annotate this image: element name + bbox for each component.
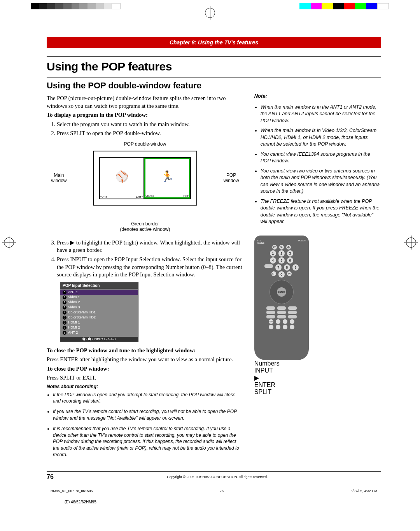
side-note-3: You cannot view IEEE1394 source programs… <box>261 151 381 165</box>
tv-frame: ⚾ TV 12 ANT 1 🏃 Video1 POP <box>93 151 197 206</box>
menu-footer: ⓿ - ❽ / INPUT to Select <box>60 337 138 342</box>
main-window-label: Main window <box>47 172 71 183</box>
page-footer: 76 Copyright © 2005 TOSHIBA CORPORATION.… <box>47 471 381 480</box>
sheet-number: 76 <box>220 489 224 493</box>
callout-split: SPLIT <box>254 389 309 396</box>
print-metadata: HM95_R2_067-78_061505 76 6/27/05, 4:32 P… <box>47 489 381 493</box>
remote-illustration: I-TV/CABLEPOWER LTSL⏻ 123 456 789 CH0IN … <box>254 230 309 396</box>
page-number: 76 <box>47 473 54 480</box>
main-column: The POP (picture-out-picture) double-win… <box>47 93 243 462</box>
registration-mark-right <box>406 237 416 248</box>
step-4: Press INPUT to open the POP Input Select… <box>57 256 243 279</box>
mode-button <box>264 264 273 268</box>
section-title: Using the POP double-window feature <box>47 81 381 91</box>
stick-figure-icon: ⚾ <box>115 158 129 196</box>
note-heading: Note: <box>254 93 381 99</box>
side-note-1: When the main window is in the ANT1 or A… <box>261 104 381 125</box>
callout-enter: ENTER <box>254 382 309 389</box>
side-column: Note: When the main window is in the ANT… <box>254 93 381 462</box>
display-heading: To display a program in the POP window: <box>47 111 243 119</box>
split-button: SP <box>269 319 273 324</box>
document-page: Chapter 8: Using the TV's features Using… <box>0 0 420 520</box>
side-note-4: You cannot view two video or two antenna… <box>261 168 381 195</box>
dpad: ENTER <box>270 280 294 304</box>
callout-right-arrow: ▶ <box>254 374 309 382</box>
menu-title: POP Input Selection <box>60 282 138 289</box>
menu-items: 0ANT 1 1Video 1 2Video 2 3Video 3 4Color… <box>60 289 138 337</box>
input-button: IN <box>287 271 292 276</box>
recording-notes-heading: Notes about recording: <box>47 383 243 390</box>
rule <box>47 77 381 77</box>
stick-figure-icon: 🏃 <box>161 159 174 195</box>
side-note-5: The FREEZE feature is not available when… <box>261 198 381 225</box>
callout-input: INPUT <box>254 367 309 374</box>
page-title: Using the POP features <box>47 60 381 73</box>
close-highlighted-body: Press ENTER after highlighting the windo… <box>47 356 243 364</box>
steps-1-2: Select the program you want to watch in … <box>47 121 243 137</box>
pop-diagram: POP double-window Main window ⚾ TV 12 AN… <box>47 141 243 232</box>
intro-text: The POP (picture-out-picture) double-win… <box>47 95 243 110</box>
step-3: Press ▶ to highlight the POP (right) win… <box>57 239 243 254</box>
step-1: Select the program you want to watch in … <box>57 121 243 128</box>
remote-callouts: Numbers INPUT ▶ ENTER SPLIT <box>254 360 309 396</box>
side-note-2: When the main window is in Video 1/2/3, … <box>261 127 381 148</box>
print-timestamp: 6/27/05, 4:32 PM <box>350 489 377 493</box>
rec-note-3: It is recommended that you use the TV's … <box>53 426 243 458</box>
green-border-label-2: (denotes active window) <box>47 227 243 232</box>
registration-mark-top <box>205 8 215 18</box>
enter-button: ENTER <box>277 287 286 297</box>
copyright-text: Copyright © 2005 TOSHIBA CORPORATION. Al… <box>54 475 381 479</box>
step-2: Press SPLIT to open the POP double-windo… <box>57 130 243 137</box>
steps-3-4: Press ▶ to highlight the POP (right) win… <box>47 239 243 279</box>
rec-note-2: If you use the TV's remote control to st… <box>53 408 243 422</box>
close-highlighted-heading: To close the POP window and tune to the … <box>47 347 243 355</box>
callout-numbers: Numbers <box>254 360 309 367</box>
pop-window-label: POP window <box>219 172 243 183</box>
pop-input-selection-menu: POP Input Selection 0ANT 1 1Video 1 2Vid… <box>60 282 138 342</box>
close-pop-body: Press SPLIT or EXIT. <box>47 374 243 382</box>
note-list: When the main window is in the ANT1 or A… <box>254 104 381 225</box>
chapter-header: Chapter 8: Using the TV's features <box>47 37 381 48</box>
recording-notes: Notes about recording: If the POP window… <box>47 383 243 458</box>
rec-note-1: If the POP window is open and you attemp… <box>53 392 243 405</box>
green-border-label-1: Green border <box>47 221 243 227</box>
close-pop-heading: To close the POP window: <box>47 365 243 373</box>
grayscale-bar <box>31 3 121 9</box>
registration-mark-left <box>4 237 14 248</box>
rule <box>47 56 381 57</box>
diagram-title: POP double-window <box>47 141 243 147</box>
pop-window-pane: 🏃 Video1 POP <box>144 158 190 199</box>
cmyk-bar <box>299 3 389 9</box>
main-window-pane: ⚾ TV 12 ANT 1 <box>100 158 144 199</box>
file-id: HM95_R2_067-78_061505 <box>51 489 93 493</box>
model-id: (E) 46/52/62HM95 <box>47 500 381 504</box>
